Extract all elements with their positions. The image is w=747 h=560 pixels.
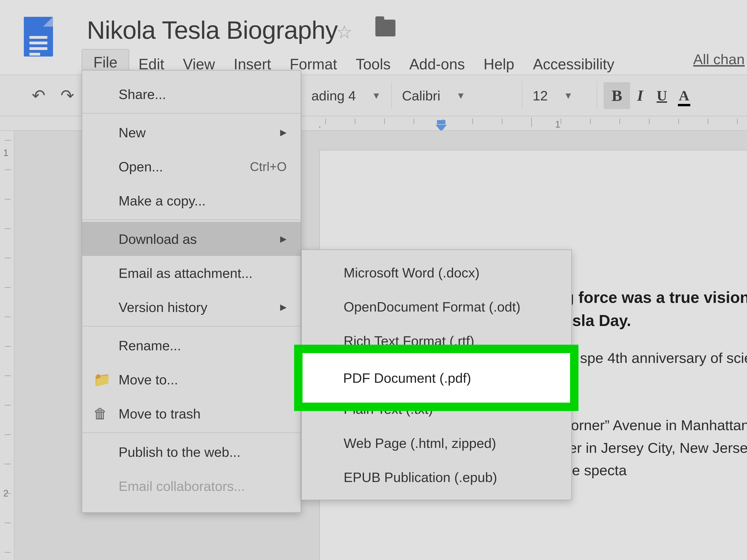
- menu-tools[interactable]: Tools: [346, 53, 400, 76]
- ruler-tick: [737, 119, 738, 124]
- ruler-tick: [326, 119, 326, 124]
- vruler-tick: [5, 405, 11, 405]
- file-menu-dropdown: Share... New ▶ Open... Ctrl+O Make a cop…: [82, 70, 301, 513]
- file-menu-version-history-label: Version history: [119, 299, 207, 315]
- changes-saved-link[interactable]: All chan: [693, 51, 747, 68]
- ruler-tick: [708, 119, 708, 124]
- file-menu-publish[interactable]: Publish to the web...: [82, 435, 301, 469]
- folder-icon[interactable]: [376, 20, 395, 36]
- menu-separator: [82, 326, 301, 327]
- text-color-button[interactable]: A: [674, 83, 694, 108]
- header: Nikola Tesla Biography ☆ File Edit View …: [0, 0, 747, 75]
- file-menu-move-to-trash-label: Move to trash: [119, 406, 201, 422]
- file-menu-email-collab-label: Email collaborators...: [119, 478, 245, 494]
- file-menu-new-label: New: [119, 125, 146, 141]
- menu-separator: [82, 113, 301, 113]
- vruler-tick: [5, 199, 11, 199]
- ruler-tick: [531, 118, 532, 127]
- vruler-tick: [5, 287, 11, 288]
- highlighted-pdf-label: PDF Document (.pdf): [343, 370, 471, 386]
- vruler-tick: [5, 317, 11, 317]
- file-menu-email-attachment-label: Email as attachment...: [119, 265, 253, 281]
- font-size-label: 12: [533, 88, 548, 103]
- paragraph-style-label: ading 4: [311, 88, 356, 103]
- file-menu-new[interactable]: New ▶: [82, 116, 301, 150]
- document-title[interactable]: Nikola Tesla Biography: [87, 16, 338, 45]
- file-menu-rename[interactable]: Rename...: [82, 328, 301, 362]
- submenu-html[interactable]: Web Page (.html, zipped): [302, 426, 571, 460]
- vruler-tick: [5, 376, 11, 376]
- file-menu-publish-label: Publish to the web...: [119, 444, 240, 460]
- ruler-tick: [620, 119, 620, 124]
- chevron-right-icon: ▶: [280, 234, 287, 244]
- vertical-ruler: 1 2: [0, 131, 15, 560]
- file-menu-open[interactable]: Open... Ctrl+O: [82, 150, 301, 183]
- file-menu-version-history[interactable]: Version history ▶: [82, 290, 301, 324]
- submenu-docx[interactable]: Microsoft Word (.docx): [302, 255, 571, 289]
- vruler-tick: [5, 346, 11, 347]
- app-root: Nikola Tesla Biography ☆ File Edit View …: [0, 0, 747, 560]
- ruler-tick: [590, 119, 591, 124]
- file-menu-move-to-label: Move to...: [119, 372, 178, 387]
- vruler-tick: [5, 552, 11, 553]
- ruler-tick: [502, 119, 503, 124]
- menu-separator: [82, 220, 301, 220]
- file-menu-download-as-label: Download as: [119, 231, 197, 247]
- redo-icon[interactable]: ↷: [53, 81, 82, 110]
- ruler-tick: [472, 119, 473, 124]
- font-family-select[interactable]: Calibri ▼: [391, 81, 522, 109]
- file-menu-email-collaborators: Email collaborators...: [82, 469, 301, 503]
- font-size-select[interactable]: 12 ▼: [522, 81, 597, 109]
- vruler-tick: [5, 228, 11, 229]
- italic-button[interactable]: I: [630, 82, 650, 109]
- file-menu-email-attachment[interactable]: Email as attachment...: [82, 256, 301, 290]
- ruler-tick: [443, 119, 443, 124]
- vruler-tick: [5, 523, 11, 523]
- trash-icon: 🗑: [93, 406, 107, 422]
- menu-help[interactable]: Help: [474, 53, 524, 76]
- ruler-num: 1: [555, 119, 560, 130]
- ruler-tick: [355, 119, 355, 124]
- file-menu-move-to[interactable]: 📁 Move to...: [82, 362, 301, 397]
- menu-accessibility[interactable]: Accessibility: [523, 53, 624, 76]
- ruler-tick: [649, 119, 649, 124]
- file-menu-share-label: Share...: [119, 86, 166, 102]
- chevron-right-icon: ▶: [280, 128, 287, 137]
- highlighted-pdf-option[interactable]: PDF Document (.pdf): [294, 345, 578, 411]
- font-family-label: Calibri: [402, 88, 440, 103]
- file-menu-share[interactable]: Share...: [82, 77, 301, 111]
- file-menu-open-shortcut: Ctrl+O: [250, 159, 287, 174]
- file-menu-rename-label: Rename...: [119, 338, 181, 353]
- indent-marker-icon[interactable]: [436, 125, 447, 131]
- vruler-tick: [5, 140, 11, 141]
- text-style-group: B I U A: [597, 81, 694, 109]
- ruler-tick: [414, 119, 414, 124]
- vruler-tick: [5, 493, 11, 494]
- folder-icon: 📁: [93, 371, 111, 388]
- file-menu-open-label: Open...: [119, 159, 163, 174]
- chevron-down-icon: ▼: [564, 91, 573, 101]
- file-menu-download-as[interactable]: Download as ▶: [82, 222, 301, 256]
- docs-logo[interactable]: [24, 17, 53, 56]
- menu-addons[interactable]: Add-ons: [400, 53, 474, 76]
- vruler-tick: [5, 434, 11, 435]
- chevron-right-icon: ▶: [280, 302, 287, 312]
- paragraph-style-select[interactable]: ading 4 ▼: [301, 81, 391, 109]
- star-icon[interactable]: ☆: [336, 22, 353, 43]
- submenu-odt[interactable]: OpenDocument Format (.odt): [302, 289, 571, 324]
- chevron-down-icon: ▼: [371, 91, 381, 101]
- chevron-down-icon: ▼: [456, 91, 465, 101]
- ruler-tick: [678, 119, 679, 124]
- vruler-tick: [5, 170, 11, 170]
- file-menu-make-copy[interactable]: Make a copy...: [82, 183, 301, 218]
- underline-button[interactable]: U: [650, 83, 674, 108]
- vruler-tick: [5, 258, 11, 258]
- file-menu-move-to-trash[interactable]: 🗑 Move to trash: [82, 397, 301, 431]
- bold-button[interactable]: B: [604, 82, 630, 109]
- vruler-num: 1: [3, 148, 8, 158]
- file-menu-make-copy-label: Make a copy...: [119, 193, 206, 208]
- vruler-tick: [5, 464, 11, 464]
- menu-separator: [82, 432, 301, 433]
- submenu-epub[interactable]: EPUB Publication (.epub): [302, 460, 571, 494]
- undo-icon[interactable]: ↶: [24, 81, 53, 110]
